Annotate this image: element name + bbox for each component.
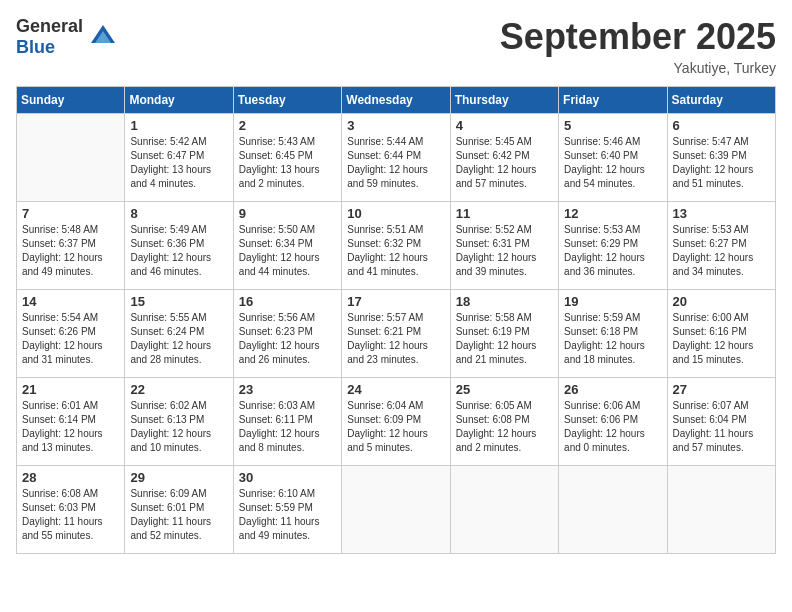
day-info: Sunrise: 5:59 AMSunset: 6:18 PMDaylight:… (564, 311, 661, 367)
day-number: 13 (673, 206, 770, 221)
week-row-5: 28Sunrise: 6:08 AMSunset: 6:03 PMDayligh… (17, 466, 776, 554)
col-header-saturday: Saturday (667, 87, 775, 114)
day-info: Sunrise: 5:55 AMSunset: 6:24 PMDaylight:… (130, 311, 227, 367)
day-number: 5 (564, 118, 661, 133)
calendar-cell: 30Sunrise: 6:10 AMSunset: 5:59 PMDayligh… (233, 466, 341, 554)
day-number: 2 (239, 118, 336, 133)
title-block: September 2025 Yakutiye, Turkey (500, 16, 776, 76)
day-number: 22 (130, 382, 227, 397)
calendar-cell: 27Sunrise: 6:07 AMSunset: 6:04 PMDayligh… (667, 378, 775, 466)
col-header-thursday: Thursday (450, 87, 558, 114)
calendar-cell: 24Sunrise: 6:04 AMSunset: 6:09 PMDayligh… (342, 378, 450, 466)
calendar-cell: 22Sunrise: 6:02 AMSunset: 6:13 PMDayligh… (125, 378, 233, 466)
logo-general: General (16, 16, 83, 36)
calendar-cell (342, 466, 450, 554)
day-info: Sunrise: 5:52 AMSunset: 6:31 PMDaylight:… (456, 223, 553, 279)
calendar-cell: 16Sunrise: 5:56 AMSunset: 6:23 PMDayligh… (233, 290, 341, 378)
day-number: 14 (22, 294, 119, 309)
calendar-cell (17, 114, 125, 202)
calendar-cell: 18Sunrise: 5:58 AMSunset: 6:19 PMDayligh… (450, 290, 558, 378)
calendar-cell: 5Sunrise: 5:46 AMSunset: 6:40 PMDaylight… (559, 114, 667, 202)
calendar-cell: 23Sunrise: 6:03 AMSunset: 6:11 PMDayligh… (233, 378, 341, 466)
calendar-cell: 8Sunrise: 5:49 AMSunset: 6:36 PMDaylight… (125, 202, 233, 290)
calendar-cell: 12Sunrise: 5:53 AMSunset: 6:29 PMDayligh… (559, 202, 667, 290)
calendar-cell: 13Sunrise: 5:53 AMSunset: 6:27 PMDayligh… (667, 202, 775, 290)
day-info: Sunrise: 6:10 AMSunset: 5:59 PMDaylight:… (239, 487, 336, 543)
day-info: Sunrise: 5:57 AMSunset: 6:21 PMDaylight:… (347, 311, 444, 367)
calendar-cell: 4Sunrise: 5:45 AMSunset: 6:42 PMDaylight… (450, 114, 558, 202)
day-number: 10 (347, 206, 444, 221)
calendar-cell: 11Sunrise: 5:52 AMSunset: 6:31 PMDayligh… (450, 202, 558, 290)
calendar-cell: 25Sunrise: 6:05 AMSunset: 6:08 PMDayligh… (450, 378, 558, 466)
day-info: Sunrise: 6:01 AMSunset: 6:14 PMDaylight:… (22, 399, 119, 455)
day-info: Sunrise: 5:44 AMSunset: 6:44 PMDaylight:… (347, 135, 444, 191)
day-info: Sunrise: 6:06 AMSunset: 6:06 PMDaylight:… (564, 399, 661, 455)
day-info: Sunrise: 5:46 AMSunset: 6:40 PMDaylight:… (564, 135, 661, 191)
day-number: 26 (564, 382, 661, 397)
day-number: 25 (456, 382, 553, 397)
calendar-cell: 19Sunrise: 5:59 AMSunset: 6:18 PMDayligh… (559, 290, 667, 378)
day-info: Sunrise: 5:49 AMSunset: 6:36 PMDaylight:… (130, 223, 227, 279)
day-number: 28 (22, 470, 119, 485)
day-number: 30 (239, 470, 336, 485)
day-info: Sunrise: 5:54 AMSunset: 6:26 PMDaylight:… (22, 311, 119, 367)
day-info: Sunrise: 5:53 AMSunset: 6:27 PMDaylight:… (673, 223, 770, 279)
day-number: 24 (347, 382, 444, 397)
day-number: 16 (239, 294, 336, 309)
day-info: Sunrise: 6:07 AMSunset: 6:04 PMDaylight:… (673, 399, 770, 455)
logo-blue: Blue (16, 37, 55, 57)
calendar-table: SundayMondayTuesdayWednesdayThursdayFrid… (16, 86, 776, 554)
calendar-cell (450, 466, 558, 554)
day-info: Sunrise: 6:02 AMSunset: 6:13 PMDaylight:… (130, 399, 227, 455)
col-header-tuesday: Tuesday (233, 87, 341, 114)
calendar-cell: 29Sunrise: 6:09 AMSunset: 6:01 PMDayligh… (125, 466, 233, 554)
month-title: September 2025 (500, 16, 776, 58)
day-info: Sunrise: 6:08 AMSunset: 6:03 PMDaylight:… (22, 487, 119, 543)
day-number: 4 (456, 118, 553, 133)
day-info: Sunrise: 6:04 AMSunset: 6:09 PMDaylight:… (347, 399, 444, 455)
calendar-cell: 26Sunrise: 6:06 AMSunset: 6:06 PMDayligh… (559, 378, 667, 466)
page-header: General Blue September 2025 Yakutiye, Tu… (16, 16, 776, 76)
calendar-cell: 14Sunrise: 5:54 AMSunset: 6:26 PMDayligh… (17, 290, 125, 378)
calendar-cell: 6Sunrise: 5:47 AMSunset: 6:39 PMDaylight… (667, 114, 775, 202)
day-number: 1 (130, 118, 227, 133)
day-number: 18 (456, 294, 553, 309)
day-number: 29 (130, 470, 227, 485)
calendar-cell: 21Sunrise: 6:01 AMSunset: 6:14 PMDayligh… (17, 378, 125, 466)
day-info: Sunrise: 5:48 AMSunset: 6:37 PMDaylight:… (22, 223, 119, 279)
day-info: Sunrise: 5:56 AMSunset: 6:23 PMDaylight:… (239, 311, 336, 367)
day-number: 27 (673, 382, 770, 397)
calendar-cell (559, 466, 667, 554)
calendar-cell: 28Sunrise: 6:08 AMSunset: 6:03 PMDayligh… (17, 466, 125, 554)
logo: General Blue (16, 16, 117, 58)
calendar-cell: 1Sunrise: 5:42 AMSunset: 6:47 PMDaylight… (125, 114, 233, 202)
col-header-sunday: Sunday (17, 87, 125, 114)
day-number: 20 (673, 294, 770, 309)
day-number: 9 (239, 206, 336, 221)
calendar-cell: 17Sunrise: 5:57 AMSunset: 6:21 PMDayligh… (342, 290, 450, 378)
day-info: Sunrise: 6:00 AMSunset: 6:16 PMDaylight:… (673, 311, 770, 367)
day-info: Sunrise: 6:03 AMSunset: 6:11 PMDaylight:… (239, 399, 336, 455)
day-number: 21 (22, 382, 119, 397)
day-number: 19 (564, 294, 661, 309)
day-info: Sunrise: 5:42 AMSunset: 6:47 PMDaylight:… (130, 135, 227, 191)
day-info: Sunrise: 5:51 AMSunset: 6:32 PMDaylight:… (347, 223, 444, 279)
day-info: Sunrise: 5:43 AMSunset: 6:45 PMDaylight:… (239, 135, 336, 191)
logo-icon (89, 23, 117, 51)
day-number: 17 (347, 294, 444, 309)
day-info: Sunrise: 5:45 AMSunset: 6:42 PMDaylight:… (456, 135, 553, 191)
calendar-cell: 3Sunrise: 5:44 AMSunset: 6:44 PMDaylight… (342, 114, 450, 202)
week-row-2: 7Sunrise: 5:48 AMSunset: 6:37 PMDaylight… (17, 202, 776, 290)
day-info: Sunrise: 6:05 AMSunset: 6:08 PMDaylight:… (456, 399, 553, 455)
day-number: 3 (347, 118, 444, 133)
day-number: 11 (456, 206, 553, 221)
week-row-3: 14Sunrise: 5:54 AMSunset: 6:26 PMDayligh… (17, 290, 776, 378)
day-number: 12 (564, 206, 661, 221)
calendar-cell: 10Sunrise: 5:51 AMSunset: 6:32 PMDayligh… (342, 202, 450, 290)
calendar-cell: 15Sunrise: 5:55 AMSunset: 6:24 PMDayligh… (125, 290, 233, 378)
calendar-cell (667, 466, 775, 554)
calendar-cell: 7Sunrise: 5:48 AMSunset: 6:37 PMDaylight… (17, 202, 125, 290)
calendar-cell: 20Sunrise: 6:00 AMSunset: 6:16 PMDayligh… (667, 290, 775, 378)
day-number: 7 (22, 206, 119, 221)
day-number: 23 (239, 382, 336, 397)
